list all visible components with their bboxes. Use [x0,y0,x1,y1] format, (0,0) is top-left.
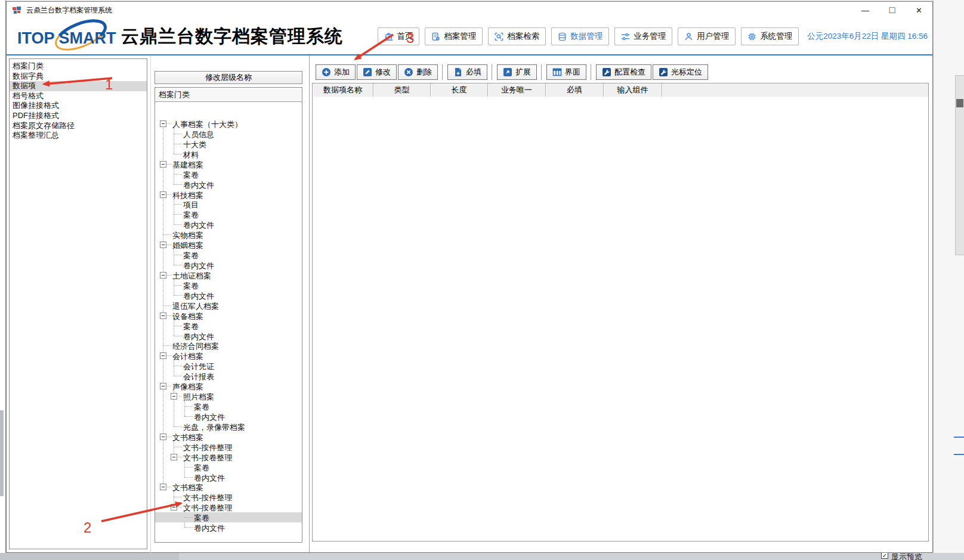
column-header[interactable]: 长度 [431,83,488,97]
sidebar-item[interactable]: 数据字典 [10,72,147,82]
collapse-icon[interactable] [171,504,177,511]
tree-node[interactable]: 实物档案 [155,230,302,240]
tree-node[interactable]: 卷内文件 [155,290,302,301]
nav-item-data-manage[interactable]: 数据管理 [551,27,609,45]
tree-node[interactable]: 设备档案 [155,311,302,321]
tree-node[interactable]: 照片档案 [155,391,302,401]
collapse-icon[interactable] [171,393,177,400]
tree-node[interactable]: 文书-按件整理 [155,492,302,502]
tree-node[interactable]: 人员信息 [155,129,302,139]
tree-node[interactable]: 卷内文件 [155,412,302,422]
nav-item-user-manage[interactable]: 用户管理 [678,27,736,45]
tree-node[interactable]: 卷内文件 [155,472,302,482]
tree-node[interactable]: 案卷 [155,321,302,331]
tree-node[interactable]: 经济合同档案 [155,341,302,351]
tree-node[interactable]: 卷内文件 [155,219,302,230]
column-header[interactable]: 数据项名称 [313,83,373,97]
tree-connector [167,123,171,124]
tree-node[interactable]: 文书-按卷整理 [155,452,302,462]
tree-node[interactable]: 十大类 [155,139,302,149]
collapse-icon[interactable] [160,352,166,359]
sidebar-item[interactable]: 档号格式 [10,91,147,101]
maximize-button[interactable]: □ [879,2,906,18]
tree-node[interactable]: 退伍军人档案 [155,301,302,311]
collapse-icon[interactable] [160,313,166,319]
minimize-button[interactable]: — [852,2,879,18]
rename-level-button[interactable]: 修改层级名称 [155,71,302,84]
collapse-icon[interactable] [160,161,166,168]
tree-node[interactable]: 案卷 [155,401,302,412]
toolbar-button-required[interactable]: 必填 [447,64,487,80]
column-header[interactable]: 类型 [373,83,431,97]
sidebar-item[interactable]: PDF挂接格式 [10,111,147,121]
collapse-icon[interactable] [171,454,177,460]
nav-item-system-manage[interactable]: 系统管理 [741,27,799,45]
collapse-icon[interactable] [160,120,166,127]
tree-node[interactable]: 文书档案 [155,432,302,442]
tree-node[interactable]: 文书-按件整理 [155,442,302,452]
tree-node[interactable]: 声像档案 [155,381,302,391]
close-button[interactable]: ✕ [906,2,932,18]
tree-connector [174,214,182,215]
tree-connector [174,497,182,497]
tree-node[interactable]: 会计凭证 [155,361,302,371]
tree-node[interactable]: 土地证档案 [155,270,302,280]
toolbar-button-extend[interactable]: 扩展 [497,64,537,80]
tree-node[interactable]: 文书档案 [155,482,302,492]
collapse-icon[interactable] [160,242,166,248]
tree-node[interactable]: 案卷 [155,280,302,290]
tree-node[interactable]: 案卷 [155,169,302,180]
collapse-icon[interactable] [160,383,166,389]
panel-divider[interactable] [309,55,310,553]
tree-node[interactable]: 文书-按卷整理 [155,502,302,512]
tree-node[interactable]: 卷内文件 [155,260,302,270]
sidebar-item[interactable]: 档案整理汇总 [10,131,147,141]
window-title: 云鼎兰台数字档案管理系统 [26,5,112,16]
tree-node[interactable]: 基建档案 [155,159,302,169]
tree-node[interactable]: 会计报表 [155,371,302,381]
tree-node[interactable]: 卷内文件 [155,331,302,341]
tree-node[interactable]: 光盘，录像带档案 [155,422,302,432]
column-header[interactable]: 业务唯一 [488,83,546,97]
tree-connector [174,224,182,225]
tree-node[interactable]: 科技档案 [155,190,302,200]
nav-item-home[interactable]: 首页 [378,27,419,45]
show-preview-checkbox[interactable]: ✓ 显示预览 [881,552,922,560]
tree-connector [174,336,182,336]
tree-node-label: 卷内文件 [194,523,225,534]
toolbar-button-add[interactable]: 添加 [316,64,356,80]
sidebar-item[interactable]: 图像挂接格式 [10,101,147,111]
tree-node[interactable]: 婚姻档案 [155,240,302,250]
sidebar-item[interactable]: 档案原文存储路径 [10,121,147,131]
sidebar-item[interactable]: 档案门类 [10,61,147,72]
collapse-icon[interactable] [160,484,166,490]
table-header-row: 数据项名称类型长度业务唯一必填输入组件 [313,83,928,97]
tree-node[interactable]: 人事档案（十大类） [155,119,302,129]
tree-node[interactable]: 卷内文件 [155,522,302,533]
tree-node[interactable]: 材料 [155,149,302,159]
tree-node[interactable]: 案卷 [155,250,302,260]
tree-node[interactable]: 案卷 [155,462,302,472]
nav-item-archive-search[interactable]: 档案检索 [488,27,546,45]
collapse-icon[interactable] [160,272,166,279]
toolbar-button-delete[interactable]: 删除 [398,64,438,80]
nav-item-archive-manage[interactable]: 档案管理 [425,27,483,45]
tree-header: 档案门类 [155,88,302,102]
collapse-icon[interactable] [160,434,166,440]
tree-node[interactable]: 卷内文件 [155,180,302,190]
tree-node[interactable]: 会计档案 [155,351,302,361]
toolbar-button-interface[interactable]: 界面 [546,64,586,80]
collapse-icon[interactable] [160,191,166,198]
tree-node[interactable]: 案卷 [155,209,302,219]
sidebar-item[interactable]: 数据项 [10,81,147,91]
column-header[interactable]: 输入组件 [604,83,662,97]
tree-node[interactable]: 案卷 [155,512,302,522]
nav-item-business-manage[interactable]: 业务管理 [614,27,672,45]
tree-connector [167,355,171,356]
nav-item-label: 用户管理 [697,31,729,42]
toolbar-button-edit[interactable]: 修改 [357,64,397,80]
column-header[interactable]: 必填 [546,83,604,97]
toolbar-button-cursor-locate[interactable]: 光标定位 [653,64,708,80]
toolbar-button-config-check[interactable]: 配置检查 [596,64,651,80]
tree-node[interactable]: 项目 [155,199,302,209]
